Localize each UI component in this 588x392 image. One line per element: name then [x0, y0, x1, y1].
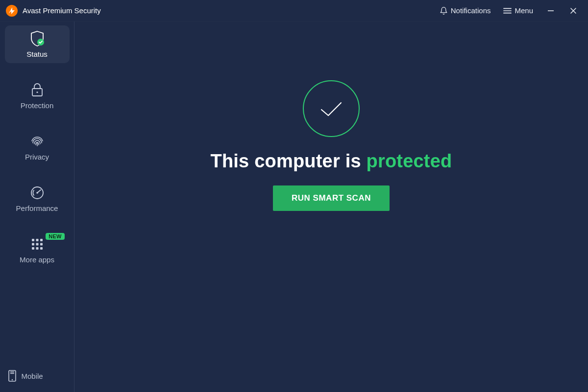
svg-rect-16: [36, 243, 38, 246]
new-badge: NEW: [46, 233, 64, 240]
lock-icon: [31, 83, 44, 97]
svg-rect-17: [40, 243, 43, 246]
close-window-button[interactable]: [564, 3, 582, 19]
sidebar-item-privacy[interactable]: Privacy: [5, 128, 70, 166]
minimize-window-button[interactable]: [542, 3, 560, 19]
svg-point-9: [36, 92, 38, 93]
run-smart-scan-button[interactable]: RUN SMART SCAN: [273, 185, 390, 211]
sidebar-item-more-apps[interactable]: NEW More apps: [5, 231, 70, 269]
svg-rect-12: [32, 239, 34, 241]
menu-button[interactable]: Menu: [499, 3, 537, 18]
sidebar-item-protection[interactable]: Protection: [5, 77, 70, 115]
status-headline: This computer is protected: [211, 151, 452, 172]
sidebar-item-mobile[interactable]: Mobile: [5, 366, 70, 386]
sidebar-item-label: Privacy: [25, 153, 49, 161]
sidebar-item-performance[interactable]: Performance: [5, 180, 70, 217]
mobile-icon: [8, 369, 17, 382]
headline-emphasis: protected: [367, 151, 452, 171]
notifications-button[interactable]: Notifications: [436, 3, 495, 18]
shield-check-icon: [29, 31, 45, 46]
headline-prefix: This computer is: [211, 151, 367, 171]
menu-label: Menu: [514, 6, 533, 15]
svg-point-24: [11, 379, 12, 380]
title-bar: Avast Premium Security Notifications Men…: [0, 0, 588, 22]
sidebar: Status Protection: [0, 22, 74, 392]
sidebar-item-status[interactable]: Status: [5, 25, 70, 63]
avast-logo-icon: [6, 5, 18, 17]
svg-rect-15: [32, 243, 34, 246]
sidebar-item-label: Mobile: [22, 372, 43, 380]
sidebar-item-label: More apps: [20, 255, 54, 264]
sidebar-item-label: Status: [26, 50, 48, 58]
svg-point-11: [36, 192, 38, 194]
svg-rect-14: [40, 239, 43, 241]
sidebar-item-label: Protection: [21, 101, 54, 110]
app-title: Avast Premium Security: [23, 6, 101, 15]
gauge-icon: [30, 185, 45, 200]
notifications-label: Notifications: [451, 6, 491, 15]
hamburger-icon: [503, 7, 512, 14]
svg-rect-18: [32, 247, 34, 250]
main-content: This computer is protected RUN SMART SCA…: [74, 22, 588, 392]
fingerprint-icon: [30, 134, 45, 149]
svg-rect-20: [40, 247, 43, 250]
svg-rect-13: [36, 239, 38, 241]
status-check-circle-icon: [303, 80, 360, 137]
apps-grid-icon: [31, 237, 44, 252]
bell-icon: [440, 6, 448, 15]
svg-rect-19: [36, 247, 38, 250]
sidebar-item-label: Performance: [16, 204, 58, 212]
